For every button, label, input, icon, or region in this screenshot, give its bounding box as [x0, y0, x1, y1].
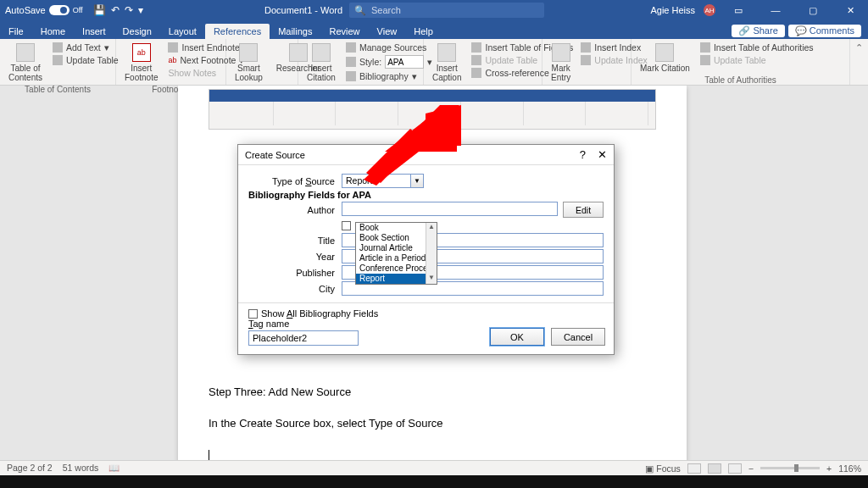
show-all-label: Show All Bibliography Fields [261, 308, 378, 319]
tab-help[interactable]: Help [405, 24, 442, 39]
page-indicator[interactable]: Page 2 of 2 [7, 463, 53, 474]
title-label: Title [248, 236, 342, 246]
tab-review[interactable]: Review [321, 24, 369, 39]
show-all-fields-checkbox[interactable] [248, 309, 258, 319]
zoom-slider[interactable] [760, 467, 820, 469]
type-of-source-value: Report [342, 174, 411, 188]
smart-lookup-icon [239, 43, 258, 62]
user-name[interactable]: Agie Heiss [650, 5, 695, 15]
zoom-out-icon[interactable]: − [748, 463, 754, 474]
tab-view[interactable]: View [369, 24, 406, 39]
focus-mode-button[interactable]: ▣ Focus [645, 463, 681, 474]
bibliography-button[interactable]: Bibliography ▾ [346, 70, 432, 82]
mark-citation-icon [655, 43, 674, 62]
tab-home[interactable]: Home [32, 24, 74, 39]
type-of-source-combo[interactable]: Report ▼ [342, 174, 424, 188]
close-dialog-icon[interactable]: ✕ [598, 148, 607, 161]
dropdown-option[interactable]: Conference Proceedings [356, 263, 437, 274]
manage-icon [346, 42, 356, 53]
tab-mailings[interactable]: Mailings [270, 24, 320, 39]
share-button[interactable]: 🔗 Share [732, 25, 784, 37]
tag-name-field[interactable] [248, 330, 359, 346]
zoom-level[interactable]: 116% [838, 463, 861, 474]
text-cursor [209, 450, 209, 460]
add-text-button[interactable]: Add Text ▾ [53, 42, 119, 53]
close-icon[interactable]: ✕ [836, 0, 865, 20]
ribbon-options-icon[interactable]: ▭ [724, 0, 753, 20]
web-layout-icon[interactable] [728, 463, 742, 474]
zoom-in-icon[interactable]: + [826, 463, 832, 474]
autosave-label: AutoSave [5, 5, 46, 15]
insert-footnote-button[interactable]: abInsert Footnote [121, 42, 161, 84]
qat-dropdown-icon[interactable]: ▾ [138, 4, 143, 16]
index-icon [581, 42, 591, 53]
year-label: Year [248, 252, 342, 262]
citation-style-select[interactable]: Style: ▾ [346, 54, 432, 69]
minimize-icon[interactable]: — [761, 0, 790, 20]
save-icon[interactable]: 💾 [93, 4, 106, 16]
dropdown-option[interactable]: Book [356, 223, 437, 233]
update-icon [581, 55, 591, 65]
undo-icon[interactable]: ↶ [111, 4, 120, 16]
mark-entry-icon [552, 43, 570, 62]
manage-sources-button[interactable]: Manage Sources [346, 42, 432, 53]
dialog-title: Create Source [245, 150, 305, 160]
mark-citation-button[interactable]: Mark Citation [637, 42, 693, 75]
cancel-button[interactable]: Cancel [551, 328, 605, 346]
insert-caption-button[interactable]: Insert Caption [429, 42, 465, 84]
dropdown-option[interactable]: Journal Article [356, 243, 437, 253]
help-icon[interactable]: ? [580, 148, 586, 161]
dialog-titlebar: Create Source ? ✕ [238, 145, 614, 165]
dropdown-option[interactable]: Article in a Periodical [356, 253, 437, 263]
update-icon [53, 55, 63, 65]
update-icon [471, 55, 481, 65]
update-toc-button[interactable]: Update Table [53, 54, 119, 66]
paragraph: In the Create Source box, select Type of… [209, 413, 656, 433]
windows-taskbar[interactable] [0, 475, 868, 488]
dropdown-option[interactable]: Book Section [356, 233, 437, 243]
type-of-source-label: Type of Source [248, 176, 342, 186]
toc-button[interactable]: Table of Contents [5, 42, 46, 84]
autosave-toggle[interactable]: AutoSave Off [0, 5, 88, 15]
search-box[interactable]: 🔍 [349, 3, 544, 18]
document-content[interactable]: Step Three: Add New Source In the Create… [209, 382, 656, 460]
insert-citation-button[interactable]: Insert Citation [303, 42, 339, 84]
caption-icon [437, 43, 456, 62]
cross-ref-icon [471, 68, 481, 78]
scroll-down-icon[interactable]: ▼ [426, 274, 437, 284]
tab-references[interactable]: References [205, 24, 270, 39]
tab-design[interactable]: Design [114, 24, 160, 39]
biblio-icon [346, 71, 356, 81]
scroll-up-icon[interactable]: ▲ [426, 223, 437, 233]
type-of-source-dropdown[interactable]: Book Book Section Journal Article Articl… [355, 222, 437, 285]
search-input[interactable] [371, 5, 539, 15]
redo-icon[interactable]: ↷ [125, 4, 133, 16]
citation-icon [312, 43, 331, 62]
author-field[interactable] [342, 202, 558, 216]
add-text-icon [53, 42, 63, 53]
toggle-icon [49, 5, 70, 15]
tab-layout[interactable]: Layout [160, 24, 205, 39]
dropdown-option-selected[interactable]: Report [356, 274, 437, 284]
insert-authorities-button[interactable]: Insert Table of Authorities [700, 42, 814, 53]
edit-author-button[interactable]: Edit [563, 202, 604, 218]
read-mode-icon[interactable] [687, 463, 701, 474]
style-value[interactable] [385, 55, 424, 69]
style-icon [346, 57, 356, 67]
tab-file[interactable]: File [0, 24, 32, 39]
tab-insert[interactable]: Insert [74, 24, 114, 39]
ok-button[interactable]: OK [490, 328, 544, 346]
collapse-ribbon-icon[interactable]: ⌃ [850, 39, 868, 85]
chevron-down-icon[interactable]: ▼ [411, 174, 424, 188]
proofing-icon[interactable]: 📖 [108, 463, 120, 474]
maximize-icon[interactable]: ▢ [798, 0, 827, 20]
footnote-icon: ab [132, 43, 151, 62]
print-layout-icon[interactable] [708, 463, 721, 474]
comments-button[interactable]: 💬 Comments [788, 25, 861, 37]
mark-entry-button[interactable]: Mark Entry [548, 42, 574, 84]
word-count[interactable]: 51 words [63, 463, 99, 474]
dropdown-scrollbar[interactable]: ▲ ▼ [426, 223, 437, 284]
avatar[interactable]: AH [704, 4, 715, 16]
smart-lookup-button[interactable]: Smart Lookup [231, 42, 266, 84]
corporate-author-checkbox[interactable] [342, 221, 351, 230]
